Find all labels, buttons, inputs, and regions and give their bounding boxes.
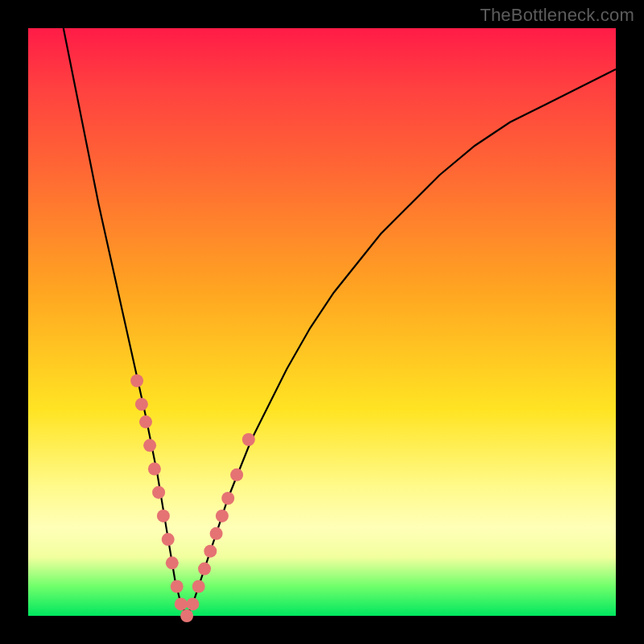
highlight-dot (210, 527, 223, 540)
highlight-dot (135, 398, 148, 411)
bottleneck-curve (28, 28, 616, 616)
highlight-dot (204, 545, 217, 558)
curve-line (64, 28, 616, 616)
highlight-dot (192, 580, 205, 593)
highlight-dot (171, 580, 184, 593)
chart-frame: TheBottleneck.com (0, 0, 644, 644)
highlight-dot (180, 609, 193, 622)
highlight-dots (130, 374, 255, 622)
highlight-dot (130, 374, 143, 387)
highlight-dot (216, 510, 229, 522)
highlight-dot (175, 597, 188, 610)
highlight-dot (186, 597, 199, 610)
highlight-dot (148, 463, 161, 476)
plot-area (28, 28, 616, 616)
highlight-dot (157, 510, 170, 522)
highlight-dot (221, 492, 234, 505)
highlight-dot (230, 469, 243, 481)
highlight-dot (152, 486, 165, 499)
highlight-dot (162, 533, 175, 546)
highlight-dot (166, 556, 179, 569)
highlight-dot (139, 415, 152, 428)
highlight-dot (242, 433, 255, 446)
highlight-dot (143, 439, 156, 452)
highlight-dot (198, 563, 211, 576)
attribution-label: TheBottleneck.com (480, 5, 634, 26)
